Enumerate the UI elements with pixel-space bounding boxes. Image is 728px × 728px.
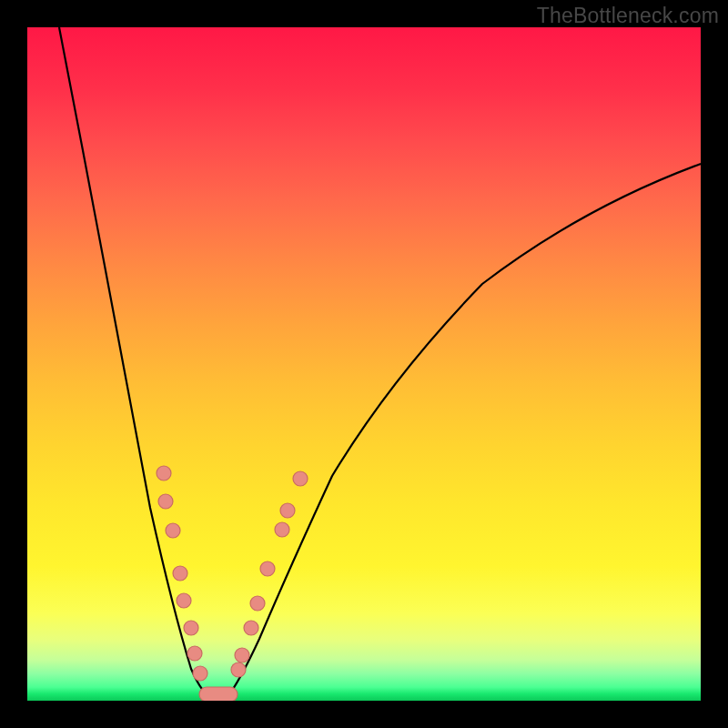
data-dot — [166, 523, 180, 538]
data-dot — [177, 593, 191, 608]
curve-layer — [27, 27, 701, 701]
watermark-text: TheBottleneck.com — [537, 4, 719, 28]
data-dot — [293, 471, 308, 486]
data-dot — [173, 566, 187, 581]
data-dot — [235, 648, 249, 662]
chart-frame: TheBottleneck.com — [0, 0, 728, 728]
data-dot — [280, 503, 295, 518]
data-dot — [244, 621, 258, 635]
plot-area — [27, 27, 701, 701]
data-dot — [231, 662, 246, 677]
data-dot-flat — [199, 687, 238, 701]
data-dot — [157, 466, 171, 480]
data-dot — [187, 646, 202, 661]
data-dot — [184, 621, 198, 635]
curve-right-branch — [229, 164, 701, 694]
data-dot — [275, 522, 289, 537]
data-dot — [260, 561, 275, 576]
data-dot — [250, 596, 265, 611]
data-dot — [158, 494, 173, 509]
data-dot — [193, 666, 207, 681]
